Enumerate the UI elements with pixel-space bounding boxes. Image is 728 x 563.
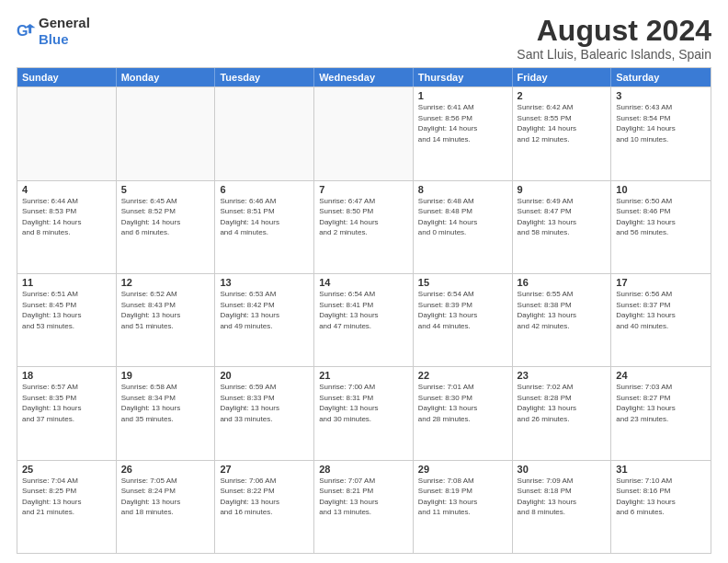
cal-cell: 20Sunrise: 6:59 AM Sunset: 8:33 PM Dayli… — [215, 367, 314, 459]
dow-sunday: Sunday — [17, 68, 117, 86]
day-number: 26 — [121, 464, 210, 475]
day-number: 14 — [319, 277, 408, 288]
dow-thursday: Thursday — [414, 68, 513, 86]
cal-cell: 16Sunrise: 6:55 AM Sunset: 8:38 PM Dayli… — [513, 274, 612, 366]
cal-cell — [117, 87, 216, 179]
day-number: 8 — [418, 184, 507, 195]
day-number: 10 — [616, 184, 706, 195]
cal-cell: 30Sunrise: 7:09 AM Sunset: 8:18 PM Dayli… — [513, 461, 612, 553]
month-year: August 2024 — [517, 15, 711, 47]
cell-text: Sunrise: 6:59 AM Sunset: 8:33 PM Dayligh… — [220, 383, 279, 423]
day-number: 16 — [518, 277, 607, 288]
cell-text: Sunrise: 7:02 AM Sunset: 8:28 PM Dayligh… — [518, 383, 576, 423]
cal-cell: 12Sunrise: 6:52 AM Sunset: 8:43 PM Dayli… — [117, 274, 216, 366]
cal-cell: 13Sunrise: 6:53 AM Sunset: 8:42 PM Dayli… — [215, 274, 314, 366]
logo-text-general: General — [39, 15, 90, 30]
cal-cell: 14Sunrise: 6:54 AM Sunset: 8:41 PM Dayli… — [314, 274, 414, 366]
title-block: August 2024 Sant Lluis, Balearic Islands… — [517, 15, 711, 62]
cell-text: Sunrise: 6:57 AM Sunset: 8:35 PM Dayligh… — [22, 383, 81, 423]
cell-text: Sunrise: 6:41 AM Sunset: 8:56 PM Dayligh… — [418, 103, 477, 144]
cal-cell: 28Sunrise: 7:07 AM Sunset: 8:21 PM Dayli… — [314, 461, 414, 553]
cell-text: Sunrise: 6:47 AM Sunset: 8:50 PM Dayligh… — [319, 197, 378, 237]
cell-text: Sunrise: 6:55 AM Sunset: 8:38 PM Dayligh… — [518, 290, 576, 330]
day-number: 2 — [518, 90, 607, 101]
cell-text: Sunrise: 6:52 AM Sunset: 8:43 PM Dayligh… — [121, 290, 180, 330]
cal-cell: 26Sunrise: 7:05 AM Sunset: 8:24 PM Dayli… — [117, 461, 216, 553]
day-number: 22 — [418, 370, 507, 381]
cell-text: Sunrise: 6:54 AM Sunset: 8:41 PM Dayligh… — [319, 290, 378, 330]
day-number: 13 — [220, 277, 309, 288]
location: Sant Lluis, Balearic Islands, Spain — [517, 47, 711, 62]
cell-text: Sunrise: 6:58 AM Sunset: 8:34 PM Dayligh… — [121, 383, 180, 423]
cell-text: Sunrise: 6:45 AM Sunset: 8:52 PM Dayligh… — [121, 197, 180, 237]
day-number: 30 — [518, 464, 607, 475]
cal-cell: 10Sunrise: 6:50 AM Sunset: 8:46 PM Dayli… — [611, 181, 711, 273]
dow-monday: Monday — [117, 68, 216, 86]
day-number: 17 — [616, 277, 706, 288]
cell-text: Sunrise: 7:05 AM Sunset: 8:24 PM Dayligh… — [121, 477, 180, 517]
cell-text: Sunrise: 7:09 AM Sunset: 8:18 PM Dayligh… — [518, 477, 576, 517]
cal-row-1: 4Sunrise: 6:44 AM Sunset: 8:53 PM Daylig… — [17, 180, 711, 273]
logo-text-blue: Blue — [39, 31, 69, 47]
dow-saturday: Saturday — [611, 68, 711, 86]
day-number: 29 — [418, 464, 507, 475]
cell-text: Sunrise: 7:01 AM Sunset: 8:30 PM Dayligh… — [418, 383, 477, 423]
cal-cell: 3Sunrise: 6:43 AM Sunset: 8:54 PM Daylig… — [611, 87, 711, 179]
svg-text:G: G — [17, 22, 28, 39]
day-number: 1 — [418, 90, 507, 101]
cell-text: Sunrise: 6:48 AM Sunset: 8:48 PM Dayligh… — [418, 197, 477, 237]
day-number: 24 — [616, 370, 706, 381]
cal-cell: 9Sunrise: 6:49 AM Sunset: 8:47 PM Daylig… — [513, 181, 612, 273]
cell-text: Sunrise: 6:42 AM Sunset: 8:55 PM Dayligh… — [518, 103, 576, 144]
cal-cell: 25Sunrise: 7:04 AM Sunset: 8:25 PM Dayli… — [17, 461, 117, 553]
cal-cell: 29Sunrise: 7:08 AM Sunset: 8:19 PM Dayli… — [414, 461, 513, 553]
day-number: 18 — [22, 370, 111, 381]
cell-text: Sunrise: 6:43 AM Sunset: 8:54 PM Dayligh… — [616, 103, 675, 144]
logo-icon: G — [17, 21, 37, 41]
cal-cell: 22Sunrise: 7:01 AM Sunset: 8:30 PM Dayli… — [414, 367, 513, 459]
day-number: 4 — [22, 184, 111, 195]
dow-friday: Friday — [513, 68, 612, 86]
day-number: 21 — [319, 370, 408, 381]
dow-tuesday: Tuesday — [215, 68, 314, 86]
day-number: 12 — [121, 277, 210, 288]
cal-row-3: 18Sunrise: 6:57 AM Sunset: 8:35 PM Dayli… — [17, 366, 711, 459]
cal-cell: 19Sunrise: 6:58 AM Sunset: 8:34 PM Dayli… — [117, 367, 216, 459]
day-number: 23 — [518, 370, 607, 381]
cell-text: Sunrise: 6:54 AM Sunset: 8:39 PM Dayligh… — [418, 290, 477, 330]
day-number: 27 — [220, 464, 309, 475]
cell-text: Sunrise: 6:49 AM Sunset: 8:47 PM Dayligh… — [518, 197, 576, 237]
page: G General Blue August 2024 Sant Lluis, B… — [0, 0, 728, 563]
cal-cell: 2Sunrise: 6:42 AM Sunset: 8:55 PM Daylig… — [513, 87, 612, 179]
cal-cell: 5Sunrise: 6:45 AM Sunset: 8:52 PM Daylig… — [117, 181, 216, 273]
cal-cell — [215, 87, 314, 179]
cell-text: Sunrise: 7:07 AM Sunset: 8:21 PM Dayligh… — [319, 477, 378, 517]
cell-text: Sunrise: 7:10 AM Sunset: 8:16 PM Dayligh… — [616, 477, 675, 517]
cal-cell: 23Sunrise: 7:02 AM Sunset: 8:28 PM Dayli… — [513, 367, 612, 459]
logo: G General Blue — [17, 15, 90, 48]
cell-text: Sunrise: 6:50 AM Sunset: 8:46 PM Dayligh… — [616, 197, 675, 237]
calendar-body: 1Sunrise: 6:41 AM Sunset: 8:56 PM Daylig… — [17, 86, 711, 553]
cal-cell: 7Sunrise: 6:47 AM Sunset: 8:50 PM Daylig… — [314, 181, 414, 273]
cal-cell: 17Sunrise: 6:56 AM Sunset: 8:37 PM Dayli… — [611, 274, 711, 366]
cal-cell: 24Sunrise: 7:03 AM Sunset: 8:27 PM Dayli… — [611, 367, 711, 459]
cal-row-4: 25Sunrise: 7:04 AM Sunset: 8:25 PM Dayli… — [17, 460, 711, 553]
cal-cell: 15Sunrise: 6:54 AM Sunset: 8:39 PM Dayli… — [414, 274, 513, 366]
day-number: 11 — [22, 277, 111, 288]
cal-cell: 27Sunrise: 7:06 AM Sunset: 8:22 PM Dayli… — [215, 461, 314, 553]
cell-text: Sunrise: 6:53 AM Sunset: 8:42 PM Dayligh… — [220, 290, 279, 330]
cal-cell: 31Sunrise: 7:10 AM Sunset: 8:16 PM Dayli… — [611, 461, 711, 553]
day-number: 5 — [121, 184, 210, 195]
cell-text: Sunrise: 7:03 AM Sunset: 8:27 PM Dayligh… — [616, 383, 675, 423]
cal-cell: 18Sunrise: 6:57 AM Sunset: 8:35 PM Dayli… — [17, 367, 117, 459]
cell-text: Sunrise: 6:56 AM Sunset: 8:37 PM Dayligh… — [616, 290, 675, 330]
cell-text: Sunrise: 6:46 AM Sunset: 8:51 PM Dayligh… — [220, 197, 279, 237]
day-number: 15 — [418, 277, 507, 288]
dow-wednesday: Wednesday — [314, 68, 414, 86]
day-number: 19 — [121, 370, 210, 381]
cal-cell: 11Sunrise: 6:51 AM Sunset: 8:45 PM Dayli… — [17, 274, 117, 366]
day-number: 25 — [22, 464, 111, 475]
cell-text: Sunrise: 6:51 AM Sunset: 8:45 PM Dayligh… — [22, 290, 81, 330]
day-number: 3 — [616, 90, 706, 101]
day-number: 31 — [616, 464, 706, 475]
